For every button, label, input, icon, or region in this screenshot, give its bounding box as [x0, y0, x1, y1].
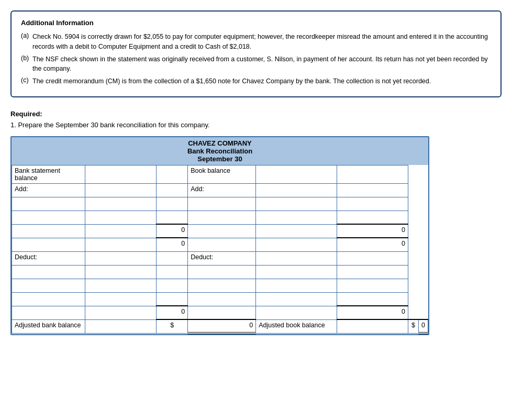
bank-deduct-label2 [12, 265, 85, 279]
book-sub2-amt: 0 [337, 238, 408, 251]
bank-add-desc2[interactable] [85, 197, 156, 211]
bank-add-desc3[interactable] [85, 211, 156, 224]
book-adjusted-input[interactable] [337, 319, 408, 333]
book-deduct-amt3[interactable] [337, 279, 408, 292]
book-deduct-label4 [188, 292, 256, 306]
bank-add-amt1[interactable] [157, 183, 188, 197]
book-deduct-desc3[interactable] [256, 279, 337, 292]
book-balance-amount[interactable] [337, 165, 408, 183]
bank-deduct-label3 [12, 279, 85, 292]
bank-dollar-sign: $ [157, 319, 188, 333]
bank-deduct-label4 [12, 292, 85, 306]
additional-info-box: Additional Information (a) Check No. 590… [10, 10, 502, 97]
bank-add-amt3[interactable] [157, 211, 188, 224]
bank-deduct-sub-desc[interactable] [85, 306, 156, 319]
reconciliation-table-wrapper: CHAVEZ COMPANY Bank Reconciliation Septe… [10, 136, 429, 336]
bank-sub1-label [12, 224, 85, 238]
row-adjusted-total: Adjusted bank balance $ 0 Adjusted book … [12, 319, 428, 333]
bank-sub2-amt: 0 [157, 238, 188, 251]
doc-title: Bank Reconciliation [12, 147, 428, 155]
bank-deduct-sub-label [12, 306, 85, 319]
book-deduct-label2 [188, 265, 256, 279]
bank-sub1-desc[interactable] [85, 224, 156, 238]
bank-balance-input[interactable] [85, 165, 156, 183]
bank-deduct-desc2[interactable] [85, 265, 156, 279]
row-deduct-3 [12, 279, 428, 292]
book-sub1-amt: 0 [337, 224, 408, 238]
info-item-b: (b) The NSF check shown in the statement… [21, 54, 491, 74]
book-balance-input[interactable] [256, 165, 337, 183]
bank-deduct-amt1[interactable] [157, 251, 188, 265]
book-add-label2 [188, 197, 256, 211]
book-sub2-desc[interactable] [256, 238, 337, 251]
book-deduct-label3 [188, 279, 256, 292]
book-add-desc3[interactable] [256, 211, 337, 224]
bank-add-label: Add: [12, 183, 85, 197]
book-deduct-desc4[interactable] [256, 292, 337, 306]
book-balance-label: Book balance [188, 165, 256, 183]
bank-final-total: 0 [188, 319, 256, 333]
row-deduct-4 [12, 292, 428, 306]
row-deduct-2 [12, 265, 428, 279]
book-add-amt1[interactable] [337, 183, 408, 197]
book-final-total: 0 [419, 319, 428, 333]
row-subtotal1: 0 0 [12, 224, 428, 238]
required-question: 1. Prepare the September 30 bank reconci… [10, 121, 502, 129]
item-a-text: Check No. 5904 is correctly drawn for $2… [32, 32, 491, 52]
bank-balance-amount[interactable] [157, 165, 188, 183]
book-add-amt2[interactable] [337, 197, 408, 211]
bank-sub2-desc[interactable] [85, 238, 156, 251]
bank-deduct-desc1[interactable] [85, 251, 156, 265]
doc-date: September 30 [12, 155, 428, 163]
item-b-label: (b) [21, 54, 32, 62]
bank-add-amt2[interactable] [157, 197, 188, 211]
book-deduct-label: Deduct: [188, 251, 256, 265]
bank-deduct-amt3[interactable] [157, 279, 188, 292]
row-add-3 [12, 211, 428, 224]
bank-sub2-label [12, 238, 85, 251]
book-sub2-label [188, 238, 256, 251]
required-label: Required: [10, 110, 502, 118]
book-deduct-desc1[interactable] [256, 251, 337, 265]
item-c-text: The credit memorandum (CM) is from the c… [32, 76, 431, 86]
recon-table: Bank statement balance Book balance Add:… [12, 165, 428, 335]
item-b-text: The NSF check shown in the statement was… [32, 54, 491, 74]
company-name: CHAVEZ COMPANY [12, 139, 428, 147]
book-add-label: Add: [188, 183, 256, 197]
item-c-label: (c) [21, 76, 32, 84]
book-deduct-amt1[interactable] [337, 251, 408, 265]
book-add-amt3[interactable] [337, 211, 408, 224]
book-sub1-desc[interactable] [256, 224, 337, 238]
bank-add-desc1[interactable] [85, 183, 156, 197]
info-item-c: (c) The credit memorandum (CM) is from t… [21, 76, 491, 86]
bank-deduct-sub-amt: 0 [157, 306, 188, 319]
book-deduct-sub-amt: 0 [337, 306, 408, 319]
book-deduct-desc2[interactable] [256, 265, 337, 279]
row-deduct-labels: Deduct: Deduct: [12, 251, 428, 265]
bank-sub1-amt: 0 [157, 224, 188, 238]
bank-deduct-label: Deduct: [12, 251, 85, 265]
bank-deduct-amt2[interactable] [157, 265, 188, 279]
bank-add-label3 [12, 211, 85, 224]
bank-deduct-amt4[interactable] [157, 292, 188, 306]
row-add-2 [12, 197, 428, 211]
bank-adjusted-input[interactable] [85, 319, 156, 333]
bank-deduct-desc4[interactable] [85, 292, 156, 306]
bank-deduct-desc3[interactable] [85, 279, 156, 292]
book-sub1-label [188, 224, 256, 238]
book-deduct-sub-label [188, 306, 256, 319]
bank-balance-label: Bank statement balance [12, 165, 85, 183]
row-subtotal2: 0 0 [12, 238, 428, 251]
required-section: Required: 1. Prepare the September 30 ba… [10, 110, 502, 129]
info-item-a: (a) Check No. 5904 is correctly drawn fo… [21, 32, 491, 52]
book-deduct-amt4[interactable] [337, 292, 408, 306]
book-dollar-sign: $ [408, 319, 419, 333]
row-add-labels: Add: Add: [12, 183, 428, 197]
book-add-desc1[interactable] [256, 183, 337, 197]
bank-adjusted-label: Adjusted bank balance [12, 319, 85, 333]
book-deduct-sub-desc[interactable] [256, 306, 337, 319]
book-adjusted-label: Adjusted book balance [256, 319, 337, 333]
reconciliation-header: CHAVEZ COMPANY Bank Reconciliation Septe… [12, 137, 428, 165]
book-deduct-amt2[interactable] [337, 265, 408, 279]
book-add-desc2[interactable] [256, 197, 337, 211]
